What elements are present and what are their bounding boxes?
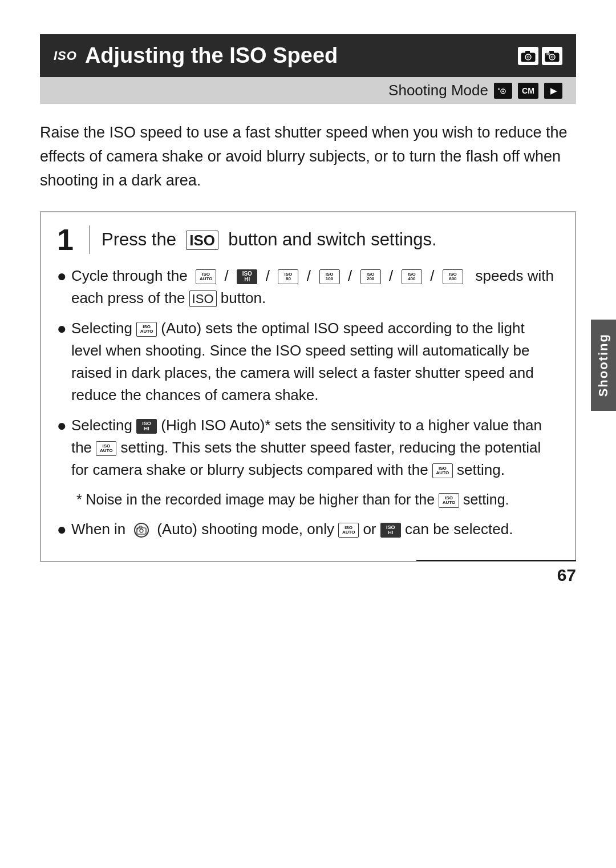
shooting-mode-cm-icon: CM — [518, 83, 538, 99]
shooting-mode-bar: Shooting Mode CM ▶ — [40, 77, 576, 104]
auto-camera-icon — [134, 523, 149, 538]
svg-rect-7 — [549, 51, 554, 54]
bullet-dot: ● — [57, 317, 67, 340]
bullet-dot: ● — [57, 518, 67, 540]
iso-hi-icon2: ISOHI — [136, 419, 157, 434]
iso-auto-note-icon: ISOAUTO — [439, 493, 459, 508]
bullet-dot: ● — [57, 414, 67, 437]
bullet-content: When in (Auto) shooting mode, only ISOAU… — [71, 518, 559, 540]
page: ISO Adjusting the ISO Speed M — [0, 0, 616, 613]
list-item: ● Cycle through the ISOAUTO / ISOHI / IS… — [57, 265, 559, 309]
list-item: ● Selecting ISOAUTO (Auto) sets the opti… — [57, 317, 559, 406]
svg-point-15 — [140, 529, 143, 532]
header-bar: ISO Adjusting the ISO Speed M — [40, 34, 576, 77]
bullet-dot: ● — [57, 265, 67, 287]
shooting-mode-label: Shooting Mode — [388, 82, 488, 99]
header-title: ISO Adjusting the ISO Speed — [54, 43, 338, 68]
iso-400-icon: ISO400 — [402, 269, 422, 284]
header-iso-prefix: ISO — [54, 49, 77, 63]
bullet-list-2: ● When in (Auto) shooting mode, only ISO… — [57, 518, 559, 540]
iso-hi-icon: ISOHI — [237, 269, 257, 284]
iso-auto-ref2: ISOAUTO — [432, 463, 453, 478]
svg-text:M: M — [546, 52, 550, 56]
svg-rect-12 — [500, 86, 504, 88]
page-number: 67 — [557, 566, 576, 585]
shooting-mode-b-icon: ▶ — [544, 83, 562, 99]
intro-text: Raise the ISO speed to use a fast shutte… — [40, 121, 576, 193]
bullet-content: Selecting ISOAUTO (Auto) sets the optima… — [71, 317, 559, 406]
step-box: 1 Press the ISO button and switch settin… — [40, 211, 576, 563]
iso-button-ref: ISO — [189, 290, 217, 307]
iso-100-icon: ISO100 — [319, 269, 340, 284]
list-item: ● Selecting ISOHI (High ISO Auto)* sets … — [57, 414, 559, 481]
iso-auto-icon: ISOAUTO — [196, 269, 216, 284]
step-title: Press the ISO button and switch settings… — [102, 229, 437, 250]
header-icons: M — [518, 47, 562, 65]
header-mode-icon: M — [542, 47, 562, 65]
page-number-line — [416, 560, 576, 561]
header-camera-icon — [518, 47, 538, 65]
note-text: * Noise in the recorded image may be hig… — [68, 489, 559, 511]
iso-auto-inline: ISOAUTO — [338, 523, 359, 538]
step-number: 1 — [57, 225, 78, 255]
svg-point-11 — [502, 90, 504, 92]
list-item: ● When in (Auto) shooting mode, only ISO… — [57, 518, 559, 540]
iso-button-label: ISO — [186, 231, 218, 250]
iso-auto-icon2: ISOAUTO — [136, 322, 157, 337]
side-tab: Shooting — [591, 320, 616, 411]
iso-80-icon: ISO80 — [278, 269, 298, 284]
page-number-area: 67 — [416, 560, 576, 585]
step-header: 1 Press the ISO button and switch settin… — [57, 225, 559, 255]
iso-auto-ref: ISOAUTO — [96, 441, 116, 456]
svg-rect-17 — [137, 528, 138, 530]
bullet-content: Cycle through the ISOAUTO / ISOHI / ISO8… — [71, 265, 559, 309]
bullet-list: ● Cycle through the ISOAUTO / ISOHI / IS… — [57, 265, 559, 481]
iso-hi-inline: ISOHI — [380, 523, 401, 538]
iso-200-icon: ISO200 — [360, 269, 381, 284]
svg-rect-13 — [498, 88, 500, 90]
side-tab-text: Shooting — [596, 333, 611, 397]
header-text: Adjusting the ISO Speed — [85, 43, 338, 68]
shooting-mode-camera-icon — [494, 83, 512, 99]
iso-800-icon: ISO800 — [443, 269, 463, 284]
svg-rect-3 — [525, 51, 530, 54]
bullet-content: Selecting ISOHI (High ISO Auto)* sets th… — [71, 414, 559, 481]
